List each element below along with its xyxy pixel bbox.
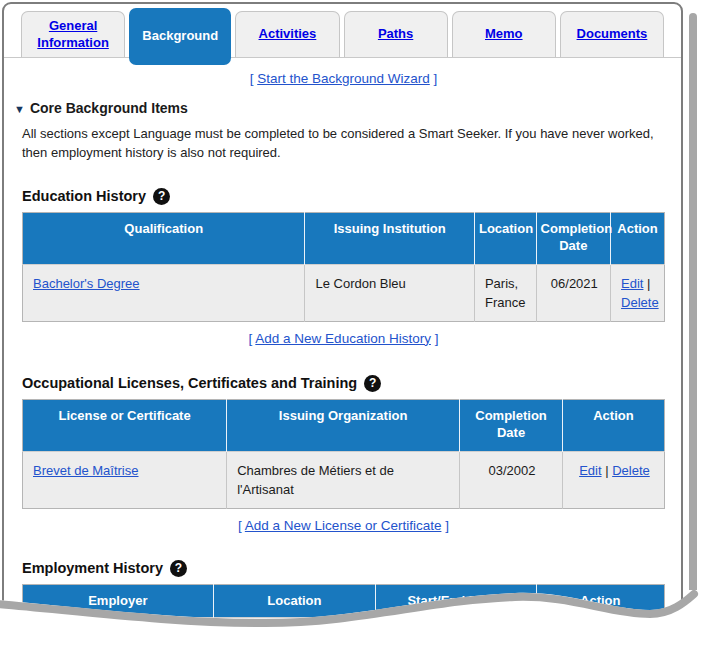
education-col-qualification: Qualification <box>23 212 305 264</box>
education-header-row: Qualification Issuing Institution Locati… <box>23 212 665 264</box>
license-row: Brevet de Maîtrise Chambres de Métiers e… <box>23 451 665 508</box>
action-separator: | <box>605 463 608 478</box>
bracket-close: ] <box>445 518 449 533</box>
employment-location-cell: 1001 Water St Tampa, FL <box>213 617 375 645</box>
tab-content: [ Start the Background Wizard ] ▼Core Ba… <box>4 71 681 645</box>
bracket-close: ] <box>435 331 439 346</box>
core-background-items-header: ▼Core Background Items <box>14 100 665 116</box>
tab-memo-label: Memo <box>485 26 523 42</box>
education-delete-link[interactable]: Delete <box>621 295 659 310</box>
license-action-cell: Edit | Delete <box>562 451 664 508</box>
tab-background[interactable]: Background <box>129 8 231 65</box>
employer-link[interactable]: Boulón Brasserie and <box>33 629 157 644</box>
education-col-issuing-institution: Issuing Institution <box>305 212 474 264</box>
core-background-description: All sections except Language must be com… <box>22 125 665 163</box>
licenses-table: License or Certificate Issuing Organizat… <box>22 399 665 509</box>
education-col-action: Action <box>611 212 665 264</box>
education-history-title: Education History <box>22 188 146 204</box>
tab-bar: General Information Background Activitie… <box>4 4 681 58</box>
employment-col-action: Action <box>536 584 664 617</box>
licenses-help-icon[interactable]: ? <box>364 375 381 392</box>
tab-documents-label: Documents <box>577 26 648 42</box>
license-delete-link[interactable]: Delete <box>612 463 650 478</box>
licenses-title: Occupational Licenses, Certificates and … <box>22 375 357 391</box>
employment-table: Employer Location Start/End Dates Action… <box>22 584 665 645</box>
licenses-col-organization: Issuing Organization <box>227 399 460 451</box>
employment-col-employer: Employer <box>23 584 214 617</box>
bracket-open: [ <box>250 71 254 86</box>
education-action-cell: Edit | Delete <box>611 264 665 321</box>
action-separator: | <box>647 276 650 291</box>
employment-header-row: Employer Location Start/End Dates Action <box>23 584 665 617</box>
education-col-location: Location <box>474 212 536 264</box>
qualification-link[interactable]: Bachelor's Degree <box>33 276 140 291</box>
employment-action-cell: Edit | Delete <box>536 617 664 645</box>
tab-background-label: Background <box>142 28 218 44</box>
employment-dates-cell: 10/2022 - 07/2025 <box>376 617 537 645</box>
employment-title: Employment History <box>22 560 163 576</box>
tab-general-information[interactable]: General Information <box>21 11 125 57</box>
add-license-link[interactable]: Add a New License or Certificate <box>245 518 442 533</box>
add-education-row: [ Add a New Education History ] <box>22 331 665 346</box>
licenses-heading: Occupational Licenses, Certificates and … <box>22 375 665 392</box>
employment-col-location: Location <box>213 584 375 617</box>
wizard-link-row: [ Start the Background Wizard ] <box>22 71 665 86</box>
issuing-institution-cell: Le Cordon Bleu <box>305 264 474 321</box>
organization-cell: Chambres de Métiers et de l'Artisanat <box>227 451 460 508</box>
licenses-header-row: License or Certificate Issuing Organizat… <box>23 399 665 451</box>
employment-delete-link[interactable]: Delete <box>599 629 637 644</box>
bracket-open: [ <box>238 518 242 533</box>
education-edit-link[interactable]: Edit <box>621 276 643 291</box>
employment-help-icon[interactable]: ? <box>170 560 187 577</box>
background-page-panel: General Information Background Activitie… <box>2 2 683 642</box>
page-curl-shadow <box>689 13 697 590</box>
license-cell: Brevet de Maîtrise <box>23 451 227 508</box>
tab-paths[interactable]: Paths <box>344 11 448 57</box>
tab-general-information-label: General Information <box>26 18 120 51</box>
education-col-completion-date: Completion Date <box>536 212 610 264</box>
education-completion-date-cell: 06/2021 <box>536 264 610 321</box>
screenshot-frame: General Information Background Activitie… <box>0 0 705 645</box>
add-license-row: [ Add a New License or Certificate ] <box>22 518 665 533</box>
start-background-wizard-link[interactable]: Start the Background Wizard <box>257 71 430 86</box>
action-separator: | <box>592 629 595 644</box>
education-location-cell: Paris, France <box>474 264 536 321</box>
education-help-icon[interactable]: ? <box>153 188 170 205</box>
education-table: Qualification Issuing Institution Locati… <box>22 212 665 322</box>
license-completion-date-cell: 03/2002 <box>460 451 563 508</box>
employment-location-line1: 1001 Water St <box>224 629 307 644</box>
employment-row: Boulón Brasserie and 1001 Water St Tampa… <box>23 617 665 645</box>
education-row: Bachelor's Degree Le Cordon Bleu Paris, … <box>23 264 665 321</box>
license-edit-link[interactable]: Edit <box>579 463 601 478</box>
tab-paths-label: Paths <box>378 26 413 42</box>
tab-activities[interactable]: Activities <box>235 11 339 57</box>
employment-edit-link[interactable]: Edit <box>566 629 588 644</box>
core-background-items-title: Core Background Items <box>30 100 188 116</box>
bracket-close: ] <box>434 71 438 86</box>
qualification-cell: Bachelor's Degree <box>23 264 305 321</box>
employment-heading: Employment History ? <box>22 560 665 577</box>
education-history-heading: Education History ? <box>22 188 665 205</box>
tab-documents[interactable]: Documents <box>560 11 664 57</box>
tab-activities-label: Activities <box>259 26 317 42</box>
licenses-col-license: License or Certificate <box>23 399 227 451</box>
collapse-triangle-icon[interactable]: ▼ <box>14 103 25 115</box>
tab-memo[interactable]: Memo <box>452 11 556 57</box>
licenses-col-completion-date: Completion Date <box>460 399 563 451</box>
employment-col-dates: Start/End Dates <box>376 584 537 617</box>
licenses-col-action: Action <box>562 399 664 451</box>
add-education-history-link[interactable]: Add a New Education History <box>255 331 431 346</box>
employer-cell: Boulón Brasserie and <box>23 617 214 645</box>
license-link[interactable]: Brevet de Maîtrise <box>33 463 139 478</box>
bracket-open: [ <box>249 331 253 346</box>
